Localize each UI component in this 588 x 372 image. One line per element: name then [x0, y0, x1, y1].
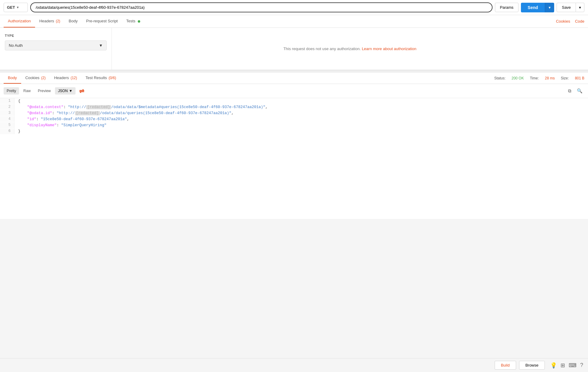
format-chevron: ▼: [69, 89, 73, 93]
method-label: GET: [7, 5, 15, 10]
method-chevron: ▼: [16, 6, 19, 9]
save-dropdown[interactable]: ▼: [576, 3, 584, 12]
line-num-3: 3: [0, 110, 15, 116]
params-button[interactable]: Params: [495, 3, 519, 12]
code-line-4: 4 "id": "15ce8e50-deaf-4f60-937e-678247a…: [0, 116, 588, 122]
line-num-6: 6: [0, 128, 15, 134]
line-content-2: "@odata.context": "http://[redacted]/oda…: [15, 104, 271, 110]
req-tabs-right: Cookies Code: [556, 19, 584, 24]
val-odata-id: "http://[redacted]/odata/data/queries(15…: [57, 111, 231, 115]
pretty-button[interactable]: Pretty: [4, 87, 19, 95]
code-line-6: 6 }: [0, 128, 588, 134]
code-area: 1 { 2 "@odata.context": "http://[redacte…: [0, 98, 588, 219]
method-dropdown[interactable]: GET ▼: [4, 3, 28, 12]
cookies-link[interactable]: Cookies: [556, 19, 570, 24]
auth-dropdown-chevron: ▼: [99, 43, 103, 48]
size-label: Size:: [561, 76, 569, 80]
response-status-bar: Status: 200 OK Time: 28 ms Size: 801 B: [494, 76, 584, 80]
url-input-wrap: [30, 2, 493, 12]
auth-type-dropdown[interactable]: No Auth ▼: [5, 40, 107, 50]
line-num-5: 5: [0, 122, 15, 128]
send-dropdown[interactable]: ▼: [545, 3, 554, 12]
learn-auth-link[interactable]: Learn more about authorization: [362, 46, 416, 51]
line-content-4: "id": "15ce8e50-deaf-4f60-937e-678247aa2…: [15, 116, 133, 122]
line-num-4: 4: [0, 116, 15, 122]
search-icon-button[interactable]: 🔍: [575, 87, 584, 95]
section-divider: [0, 70, 588, 72]
auth-type-label: TYPE: [5, 34, 107, 37]
tab-headers[interactable]: Headers (2): [35, 15, 64, 27]
tab-prerequest-script[interactable]: Pre-request Script: [82, 15, 122, 27]
url-input[interactable]: [30, 2, 493, 12]
line-content-1: {: [15, 98, 24, 104]
val-id: "15ce8e50-deaf-4f60-937e-678247aa201a": [41, 117, 127, 121]
res-tab-headers[interactable]: Headers (12): [50, 72, 81, 84]
tab-authorization[interactable]: Authorization: [4, 15, 35, 27]
copy-icon-button[interactable]: ⧉: [566, 87, 573, 95]
tab-body[interactable]: Body: [64, 15, 82, 27]
tests-dot: [138, 20, 140, 23]
cookies-badge: (2): [41, 76, 46, 80]
auth-right: This request does not use any authorizat…: [112, 28, 588, 70]
line-num-1: 1: [0, 98, 15, 104]
code-line-5: 5 "displayName": "SimplerQueryHiring": [0, 122, 588, 128]
time-value: 28 ms: [545, 76, 555, 80]
time-label: Time:: [530, 76, 539, 80]
key-odata-id: "@odata.id": [27, 111, 52, 115]
key-displayname: "displayName": [27, 123, 57, 127]
send-button[interactable]: Send: [521, 3, 544, 12]
headers-res-badge: (12): [71, 76, 77, 80]
top-bar: GET ▼ Params Send ▼ Save ▼: [0, 0, 588, 15]
res-tab-body[interactable]: Body: [4, 72, 21, 84]
save-button[interactable]: Save: [557, 3, 576, 12]
auth-message: This request does not use any authorizat…: [283, 46, 416, 51]
code-line-3: 3 "@odata.id": "http://[redacted]/odata/…: [0, 110, 588, 116]
response-tabs-bar: Body Cookies (2) Headers (12) Test Resul…: [0, 72, 588, 84]
status-label: Status:: [494, 76, 506, 80]
val-displayname: "SimplerQueryHiring": [61, 123, 107, 127]
code-line-2: 2 "@odata.context": "http://[redacted]/o…: [0, 104, 588, 110]
auth-dropdown-value: No Auth: [9, 43, 23, 48]
send-btn-group: Send ▼: [521, 3, 554, 12]
status-value: 200 OK: [512, 76, 524, 80]
save-btn-group: Save ▼: [557, 3, 584, 12]
val-odata-context: "http://[redacted]/odata/data/$metadata#…: [68, 105, 265, 109]
line-content-6: }: [15, 128, 24, 134]
auth-left: TYPE No Auth ▼: [0, 28, 112, 70]
headers-badge: (2): [56, 19, 60, 23]
line-content-5: "displayName": "SimplerQueryHiring": [15, 122, 110, 128]
line-num-2: 2: [0, 104, 15, 110]
res-tab-cookies[interactable]: Cookies (2): [21, 72, 50, 84]
tab-tests[interactable]: Tests: [122, 15, 144, 27]
code-line-1: 1 {: [0, 98, 588, 104]
size-value: 801 B: [575, 76, 584, 80]
preview-button[interactable]: Preview: [35, 87, 54, 95]
format-dropdown[interactable]: JSON ▼: [55, 87, 76, 95]
test-results-badge: (0/6): [108, 76, 116, 80]
key-odata-context: "@odata.context": [27, 105, 63, 109]
res-tab-test-results[interactable]: Test Results (0/6): [81, 72, 120, 84]
code-link[interactable]: Code: [575, 19, 584, 24]
request-tabs: Authorization Headers (2) Body Pre-reque…: [0, 15, 588, 28]
format-bar-right: ⧉ 🔍: [566, 87, 584, 95]
wrap-button[interactable]: ⇌: [77, 86, 87, 96]
line-content-3: "@odata.id": "http://[redacted]/odata/da…: [15, 110, 237, 116]
key-id: "id": [27, 117, 36, 121]
raw-button[interactable]: Raw: [20, 87, 34, 95]
format-label: JSON: [58, 89, 68, 93]
format-bar: Pretty Raw Preview JSON ▼ ⇌ ⧉ 🔍: [0, 84, 588, 98]
auth-section: TYPE No Auth ▼ This request does not use…: [0, 28, 588, 70]
